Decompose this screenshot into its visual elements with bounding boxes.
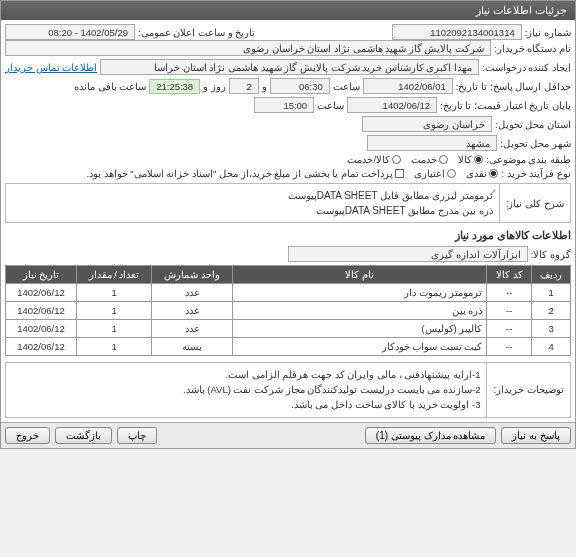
- checkbox-icon: [395, 169, 404, 178]
- valid-time-field: 15:00: [254, 97, 314, 113]
- radio-icon: [439, 155, 448, 164]
- reply-button[interactable]: پاسخ به نیاز: [501, 427, 571, 444]
- th-unit: واحد شمارش: [152, 266, 233, 284]
- group-label: گروه کالا:: [531, 249, 571, 260]
- th-code: کد کالا: [487, 266, 532, 284]
- th-qty: تعداد / مقدار: [76, 266, 151, 284]
- time-label-1: ساعت: [333, 81, 360, 92]
- days-label: روز و: [203, 81, 226, 92]
- expand-icon[interactable]: ⤢: [489, 186, 497, 200]
- creator-label: ایجاد کننده درخواست:: [482, 62, 571, 73]
- window: جزئیات اطلاعات نیاز شماره نیاز: 11020921…: [0, 0, 576, 449]
- table-cell: 3: [532, 320, 571, 338]
- table-cell: 1402/06/12: [6, 338, 77, 356]
- province-field: خراسان رضوی: [362, 116, 492, 132]
- table-header-row: ردیف کد کالا نام کالا واحد شمارش تعداد /…: [6, 266, 571, 284]
- class-service-option[interactable]: خدمت: [411, 154, 448, 165]
- radio-icon: [474, 155, 483, 164]
- proc-note-check[interactable]: پرداخت تمام یا بخشی از مبلغ خرید،از محل …: [86, 168, 404, 179]
- table-cell: عدد: [152, 320, 233, 338]
- table-cell: 1: [76, 338, 151, 356]
- radio-icon: [489, 169, 498, 178]
- valid-label: پایان تاریخ اعتبار قیمت؛ تا تاریخ:: [440, 100, 571, 111]
- and-label: و: [262, 81, 267, 92]
- deadline-label: حداقل ارسال پاسخ؛ تا تاریخ:: [456, 81, 571, 92]
- proc-label: نوع فرآیند خرید :: [501, 168, 571, 179]
- desc-text: ترمومتر لیزری مطابق فایل DATA SHEETپیوست…: [288, 190, 493, 216]
- table-cell: --: [487, 302, 532, 320]
- table-cell: 2: [532, 302, 571, 320]
- table-cell: عدد: [152, 302, 233, 320]
- window-title: جزئیات اطلاعات نیاز: [476, 4, 567, 16]
- buyer-notes-label: توضیحات خریدار:: [486, 363, 570, 417]
- proc-credit-option[interactable]: اعتباری: [414, 168, 456, 179]
- proc-cash-option[interactable]: نقدی: [466, 168, 498, 179]
- city-label: شهر محل تحویل:: [500, 138, 571, 149]
- deadline-date-field: 1402/06/01: [363, 78, 453, 94]
- table-cell: 1: [532, 284, 571, 302]
- table-cell: ذره بین: [233, 302, 487, 320]
- th-date: تاریخ نیاز: [6, 266, 77, 284]
- class-options: کالا خدمت کالا/خدمت: [347, 154, 483, 165]
- need-description: شرح کلی نیاز: ⤢ ترمومتر لیزری مطابق فایل…: [5, 183, 571, 223]
- province-label: استان محل تحویل:: [495, 119, 571, 130]
- days-field: 2: [229, 78, 259, 94]
- time-label-2: ساعت: [317, 100, 344, 111]
- buyer-label: نام دستگاه خریدار:: [494, 43, 571, 54]
- deadline-time-field: 06:30: [270, 78, 330, 94]
- remain-time: 21:25:38: [149, 79, 200, 94]
- need-no-label: شماره نیاز:: [525, 27, 571, 38]
- group-field: ابزارآلات اندازه گیری: [288, 246, 528, 262]
- class-label: طبقه بندی موضوعی:: [486, 154, 571, 165]
- footer-toolbar: پاسخ به نیاز مشاهده مدارک پیوستی (1) چاپ…: [1, 422, 575, 448]
- announce-field: 1402/05/29 - 08:20: [5, 24, 135, 40]
- table-cell: --: [487, 320, 532, 338]
- table-cell: عدد: [152, 284, 233, 302]
- table-row[interactable]: 4--کیت تست سواب خودکاربسته11402/06/12: [6, 338, 571, 356]
- radio-icon: [447, 169, 456, 178]
- th-row: ردیف: [532, 266, 571, 284]
- table-cell: بسته: [152, 338, 233, 356]
- city-field: مشهد: [367, 135, 497, 151]
- class-both-option[interactable]: کالا/خدمت: [347, 154, 401, 165]
- class-goods-option[interactable]: کالا: [458, 154, 483, 165]
- table-cell: 1402/06/12: [6, 320, 77, 338]
- exit-button[interactable]: خروج: [5, 427, 50, 444]
- table-row[interactable]: 3--کالیبر (کولیس)عدد11402/06/12: [6, 320, 571, 338]
- radio-icon: [392, 155, 401, 164]
- table-row[interactable]: 2--ذره بینعدد11402/06/12: [6, 302, 571, 320]
- valid-date-field: 1402/06/12: [347, 97, 437, 113]
- proc-options: نقدی اعتباری پرداخت تمام یا بخشی از مبلغ…: [86, 168, 498, 179]
- buyer-notes: توضیحات خریدار: 1-ارایه پیشنهادفنی ، مال…: [5, 362, 571, 418]
- table-cell: 1: [76, 302, 151, 320]
- items-table: ردیف کد کالا نام کالا واحد شمارش تعداد /…: [5, 265, 571, 356]
- content-area: شماره نیاز: 1102092134001314 تاریخ و ساع…: [1, 20, 575, 422]
- table-cell: --: [487, 338, 532, 356]
- table-cell: 1402/06/12: [6, 302, 77, 320]
- attachments-button[interactable]: مشاهده مدارک پیوستی (1): [365, 427, 497, 444]
- need-no-field: 1102092134001314: [392, 24, 522, 40]
- desc-label: شرح کلی نیاز:: [499, 184, 570, 222]
- creator-field: مهدا اکبری کارشناس خرید شرکت پالایش گاز …: [100, 59, 479, 75]
- buyer-field: شرکت پالایش گاز شهید هاشمی نژاد استان خر…: [5, 40, 491, 56]
- table-row[interactable]: 1--ترمومتر ریموت دارعدد11402/06/12: [6, 284, 571, 302]
- table-cell: 1: [76, 284, 151, 302]
- buyer-notes-body: 1-ارایه پیشنهادفنی ، مالی وایران کد جهت …: [6, 363, 486, 417]
- table-cell: کیت تست سواب خودکار: [233, 338, 487, 356]
- desc-body: ⤢ ترمومتر لیزری مطابق فایل DATA SHEETپیو…: [6, 184, 499, 222]
- th-name: نام کالا: [233, 266, 487, 284]
- contact-link[interactable]: اطلاعات تماس خریدار: [5, 62, 97, 73]
- remain-label: ساعت باقی مانده: [74, 81, 146, 92]
- back-button[interactable]: بازگشت: [55, 427, 112, 444]
- table-cell: --: [487, 284, 532, 302]
- print-button[interactable]: چاپ: [117, 427, 157, 444]
- table-cell: 4: [532, 338, 571, 356]
- table-cell: 1402/06/12: [6, 284, 77, 302]
- announce-label: تاریخ و ساعت اعلان عمومی:: [138, 27, 255, 38]
- table-cell: کالیبر (کولیس): [233, 320, 487, 338]
- table-cell: 1: [76, 320, 151, 338]
- table-cell: ترمومتر ریموت دار: [233, 284, 487, 302]
- items-section-header: اطلاعات کالاهای مورد نیاز: [5, 229, 571, 242]
- items-table-wrap: ۰۲۱-۸۸۳۴۹۶۷۰ ردیف کد کالا نام کالا واحد …: [5, 265, 571, 356]
- title-bar: جزئیات اطلاعات نیاز: [1, 1, 575, 20]
